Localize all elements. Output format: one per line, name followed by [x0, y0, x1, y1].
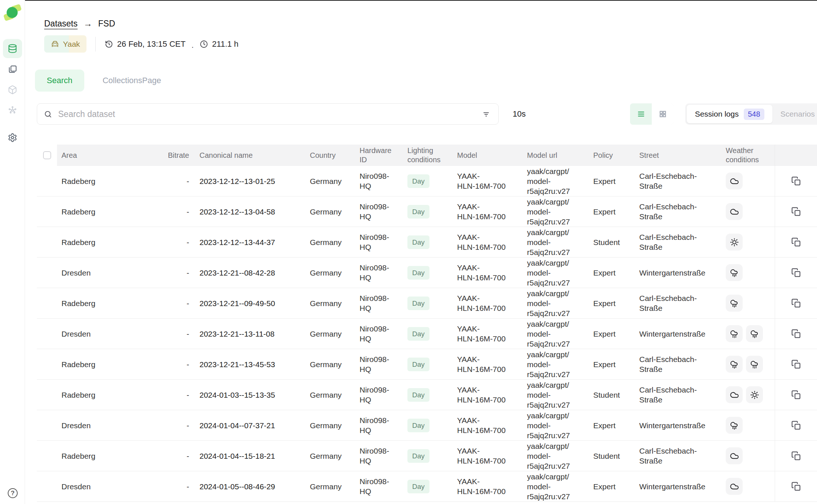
- table-row[interactable]: Dresden - 2024-01-04--07-37-21 Germany N…: [37, 410, 817, 441]
- cell-hardware-id: Niro098- HQ: [355, 471, 403, 501]
- copy-row-button[interactable]: [791, 329, 801, 339]
- segment-session-logs[interactable]: Session logs 548: [687, 105, 772, 123]
- column-header-weather-conditions[interactable]: Weather conditions: [721, 145, 775, 166]
- column-header-area[interactable]: Area: [57, 145, 166, 166]
- cell-canonical-name: 2023-12-21--13-11-08: [195, 319, 305, 349]
- dataset-meta-row: Yaak 26 Feb, 13:15 CET . 211.1 h: [44, 35, 817, 53]
- copy-row-button[interactable]: [791, 207, 801, 217]
- copy-row-button[interactable]: [791, 451, 801, 461]
- cloud-weather-icon: [726, 478, 743, 495]
- cell-model-url: yaak/cargpt/ model- r5ajq2ru:v27: [523, 166, 589, 196]
- filter-button[interactable]: [480, 108, 492, 120]
- table-row[interactable]: Radeberg - 2023-12-12--13-04-58 Germany …: [37, 196, 817, 227]
- cell-area: Dresden: [57, 471, 166, 501]
- cell-area: Radeberg: [57, 166, 166, 196]
- cell-bitrate: -: [166, 471, 195, 501]
- copy-row-button[interactable]: [791, 359, 801, 369]
- source-badge-label: Yaak: [63, 40, 80, 49]
- segment-scenarios[interactable]: Scenarios: [772, 105, 817, 123]
- car-icon: [51, 40, 59, 48]
- column-header-hardware-id[interactable]: Hardware ID: [355, 145, 403, 166]
- lighting-chip: Day: [407, 449, 429, 463]
- column-header-country[interactable]: Country: [305, 145, 355, 166]
- table-row[interactable]: Radeberg - 2023-12-12--13-44-37 Germany …: [37, 227, 817, 258]
- copy-row-button[interactable]: [791, 420, 801, 430]
- lighting-chip: Day: [407, 480, 429, 493]
- cell-policy: Expert: [589, 471, 635, 501]
- lighting-chip: Day: [407, 388, 429, 402]
- copy-row-button[interactable]: [791, 298, 801, 308]
- cell-canonical-name: 2024-01-05--08-46-29: [195, 471, 305, 501]
- column-header-model-url[interactable]: Model url: [523, 145, 589, 166]
- copy-icon: [791, 237, 801, 247]
- cell-weather: [721, 471, 775, 501]
- cell-street: Wintergartenstraße: [635, 471, 721, 501]
- cell-model-url: yaak/cargpt/ model- r5ajq2ru:v27: [523, 288, 589, 318]
- table-row[interactable]: Radeberg - 2023-12-21--13-45-53 Germany …: [37, 349, 817, 380]
- cell-lighting: Day: [403, 441, 453, 471]
- help-button[interactable]: ?: [8, 488, 18, 498]
- table-row[interactable]: Dresden - 2023-12-21--13-11-08 Germany N…: [37, 319, 817, 349]
- table-row[interactable]: Radeberg - 2023-12-12--13-01-25 Germany …: [37, 166, 817, 196]
- breadcrumb-datasets-link[interactable]: Datasets: [44, 19, 78, 29]
- cell-model-url: yaak/cargpt/ model- r5ajq2ru:v27: [523, 380, 589, 410]
- sidebar-item-network[interactable]: [3, 101, 22, 120]
- sidebar-item-packages[interactable]: [3, 80, 22, 99]
- rain-weather-icon: [726, 264, 743, 281]
- row-checkbox-cell: [37, 258, 57, 288]
- folders-icon: [8, 64, 17, 74]
- cloud-weather-icon: [726, 447, 743, 464]
- copy-icon: [791, 176, 801, 186]
- tab-search[interactable]: Search: [35, 70, 84, 92]
- row-checkbox-cell: [37, 410, 57, 440]
- cell-canonical-name: 2023-12-21--09-49-50: [195, 288, 305, 318]
- column-header-bitrate[interactable]: Bitrate: [166, 145, 195, 166]
- cell-area: Dresden: [57, 410, 166, 440]
- row-checkbox-cell: [37, 288, 57, 318]
- grid-view-button[interactable]: [652, 103, 673, 125]
- search-box: [37, 103, 499, 125]
- cell-canonical-name: 2023-12-12--13-01-25: [195, 166, 305, 196]
- select-all-checkbox[interactable]: [43, 151, 51, 159]
- sidebar-item-settings[interactable]: [3, 128, 22, 147]
- column-header-canonical-name[interactable]: Canonical name: [195, 145, 305, 166]
- table-row[interactable]: Radeberg - 2023-12-21--09-49-50 Germany …: [37, 288, 817, 319]
- row-checkbox-cell: [37, 319, 57, 349]
- source-badge[interactable]: Yaak: [44, 35, 86, 53]
- table-row[interactable]: Dresden - 2024-01-05--08-46-29 Germany N…: [37, 471, 817, 502]
- copy-row-button[interactable]: [791, 176, 801, 186]
- app-logo[interactable]: [4, 4, 21, 21]
- column-header-lighting-conditions[interactable]: Lighting conditions: [403, 145, 453, 166]
- sidebar-item-collections[interactable]: [3, 60, 22, 79]
- table-row[interactable]: Radeberg - 2024-01-04--15-18-21 Germany …: [37, 441, 817, 471]
- cell-canonical-name: 2024-01-03--15-13-35: [195, 380, 305, 410]
- copy-row-button[interactable]: [791, 390, 801, 400]
- cell-policy: Expert: [589, 410, 635, 440]
- tab-collections-page[interactable]: CollectionsPage: [91, 70, 173, 92]
- cell-country: Germany: [305, 380, 355, 410]
- cell-policy: Expert: [589, 288, 635, 318]
- list-view-button[interactable]: [630, 103, 652, 125]
- column-header-model[interactable]: Model: [453, 145, 523, 166]
- copy-row-button[interactable]: [791, 482, 801, 491]
- sidebar-item-datasets[interactable]: [3, 39, 22, 58]
- copy-icon: [791, 420, 801, 430]
- cell-lighting: Day: [403, 380, 453, 410]
- cell-weather: [721, 380, 775, 410]
- table-row[interactable]: Radeberg - 2024-01-03--15-13-35 Germany …: [37, 380, 817, 410]
- cell-model: YAAK- HLN-16M-700: [453, 196, 523, 227]
- row-checkbox-cell: [37, 196, 57, 227]
- copy-row-button[interactable]: [791, 268, 801, 278]
- search-icon: [44, 110, 52, 118]
- search-input[interactable]: [58, 109, 480, 119]
- cell-model: YAAK- HLN-16M-700: [453, 227, 523, 257]
- copy-row-button[interactable]: [791, 237, 801, 247]
- cell-country: Germany: [305, 166, 355, 196]
- cell-model: YAAK- HLN-16M-700: [453, 471, 523, 501]
- table-row[interactable]: Dresden - 2023-12-21--08-42-28 Germany N…: [37, 258, 817, 288]
- column-header-street[interactable]: Street: [635, 145, 721, 166]
- copy-icon: [791, 451, 801, 461]
- toolbar: 10s Session logs 548 Scenarios: [37, 103, 817, 125]
- cell-policy: Expert: [589, 349, 635, 379]
- column-header-policy[interactable]: Policy: [589, 145, 635, 166]
